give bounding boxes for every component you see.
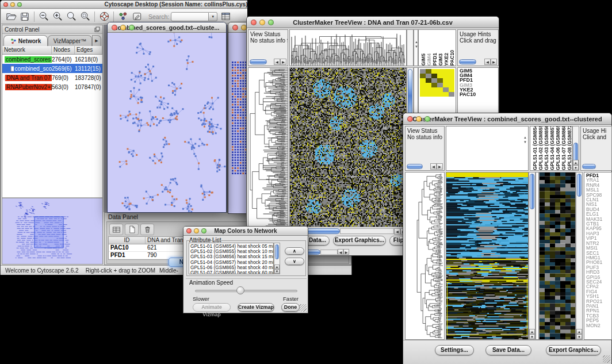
resize-grip[interactable] <box>299 304 307 312</box>
dialog-titlebar[interactable]: Map Colors to Network <box>183 227 308 236</box>
tab-overflow-arrow[interactable]: ▶ <box>92 35 101 46</box>
tab-vizmapper[interactable]: VizMapper™ <box>48 35 92 46</box>
tv2-save-data-button[interactable]: Save Data... <box>485 345 531 355</box>
network-row[interactable]: combined_scores 2764(0) 16218(0) <box>2 55 102 64</box>
chevron-down-icon[interactable]: ▼ <box>209 12 217 21</box>
delete-attribute-button[interactable] <box>140 224 154 235</box>
treeview2-titlebar[interactable]: ClusterMaker TreeView : combined_scores_… <box>403 113 611 125</box>
zoom-fit-button[interactable] <box>64 10 78 23</box>
column-label[interactable]: GPL51-02 (GSM855) <box>538 126 544 170</box>
scrollbar-thumb[interactable] <box>577 174 582 197</box>
search-combo[interactable]: ▼ <box>171 12 217 21</box>
add-node-button[interactable] <box>116 10 130 23</box>
scroll-right-icon[interactable]: ▶ <box>280 59 286 65</box>
animate-vizmap-button[interactable]: Animate Vizmap <box>193 303 231 312</box>
tv1-zoom-heatmap-canvas[interactable] <box>420 69 454 97</box>
column-label[interactable]: GPL51-08 (GSM872) <box>567 126 572 170</box>
column-label[interactable]: YKE2 <box>443 53 449 66</box>
scroll-left-icon[interactable]: ◀ <box>338 249 343 255</box>
column-label[interactable]: GIM4 <box>426 53 432 66</box>
open-session-button[interactable] <box>4 10 18 23</box>
tv1-column-dendrogram-canvas[interactable] <box>290 30 406 66</box>
network-canvas[interactable] <box>108 33 226 212</box>
attribute-item[interactable]: GPL51-07 (GSM868) heat shock 60 min <box>190 270 273 274</box>
gene-label[interactable]: MON2 <box>586 323 611 328</box>
tv1-top-scroll-strip[interactable] <box>407 29 414 66</box>
scroll-down-icon[interactable]: ▼ <box>274 269 280 274</box>
scroll-up-icon[interactable]: ▲ <box>573 160 579 165</box>
scroll-down-icon[interactable]: ▼ <box>529 334 535 339</box>
tab-network[interactable]: Network <box>3 35 48 46</box>
scroll-up-icon[interactable]: ▲ <box>274 265 280 269</box>
network-row[interactable]: RNAPuberNov2+| 563(0) 107847(0) <box>2 82 102 91</box>
column-label[interactable]: GPL51-06 (GSM865) <box>555 126 561 170</box>
scroll-down-icon[interactable]: ▼ <box>573 165 579 170</box>
column-header[interactable]: Nodes <box>52 46 75 54</box>
annotation-button[interactable] <box>130 10 144 23</box>
new-attribute-button[interactable] <box>125 224 139 235</box>
scrollbar-thumb[interactable] <box>250 59 267 64</box>
slider-thumb[interactable] <box>236 286 244 294</box>
tv2-heatmap-canvas[interactable] <box>446 173 528 339</box>
scroll-right-icon[interactable]: ▶ <box>491 59 497 65</box>
close-icon[interactable] <box>186 228 192 233</box>
zoom-window-icon[interactable] <box>268 20 274 25</box>
scroll-right-icon[interactable]: ▶ <box>343 249 349 255</box>
column-label[interactable]: GPL51-03 (GSM856) <box>544 126 549 170</box>
tv1-heatmap[interactable] <box>289 67 407 227</box>
create-vizmap-button[interactable]: Create Vizmap <box>238 303 274 312</box>
tv1-row-dendrogram-canvas[interactable] <box>248 68 288 227</box>
scroll-left-icon[interactable]: ◀ <box>430 163 437 170</box>
column-label[interactable]: GIM5 <box>420 53 426 66</box>
tv1-row-dendrogram[interactable] <box>248 67 288 227</box>
float-panel-icon[interactable] <box>94 26 100 32</box>
save-session-button[interactable] <box>18 10 32 23</box>
tv2-heatmap-vscrollbar[interactable]: ▲▼ <box>529 172 536 340</box>
zoom-window-icon[interactable] <box>201 228 206 233</box>
window-controls[interactable] <box>112 25 135 30</box>
tv2-heatmap[interactable] <box>446 172 529 340</box>
tv2-zoom-vscrollbar[interactable]: ▲▼ <box>576 172 583 340</box>
resize-grip[interactable] <box>603 355 610 363</box>
close-icon[interactable] <box>251 20 257 25</box>
tv2-status-scrollbar[interactable]: ◀ ▶ <box>407 163 443 170</box>
tv1-column-dendrogram[interactable] <box>289 29 407 66</box>
done-button[interactable]: Done <box>281 303 300 312</box>
zoom-window-icon[interactable] <box>129 25 135 30</box>
close-icon[interactable] <box>232 25 238 30</box>
attr-col-header[interactable]: ID <box>109 237 146 244</box>
move-attribute-down-button[interactable]: ∨ <box>285 258 304 265</box>
scroll-right-icon[interactable]: ▶ <box>437 163 443 170</box>
column-header[interactable]: Network <box>2 46 52 54</box>
column-header[interactable]: Edges <box>75 46 102 54</box>
tv2-column-dendrogram[interactable]: ▲ ▼ <box>446 126 529 171</box>
column-label[interactable]: GPL51-01 (GSM854) <box>532 126 538 170</box>
window-controls[interactable] <box>407 116 430 122</box>
zoom-in-button[interactable] <box>51 10 64 23</box>
zoom-selected-button[interactable] <box>78 10 92 23</box>
scroll-left-icon[interactable]: ◀ <box>484 59 491 65</box>
tv2-export-graphics-button[interactable]: Export Graphics... <box>546 345 601 355</box>
scroll-left-icon[interactable]: ◀ <box>274 59 280 65</box>
attribute-list-vscrollbar[interactable]: ▲▼ <box>274 243 280 274</box>
minimize-icon[interactable] <box>194 228 199 233</box>
scrollbar-thumb[interactable] <box>275 244 279 259</box>
close-icon[interactable] <box>112 25 117 30</box>
column-label[interactable]: GPL51-07 (GSM868) <box>561 126 567 170</box>
gene-label[interactable]: PAC10 <box>460 92 498 97</box>
minimize-icon[interactable] <box>120 25 126 30</box>
tv2-settings-button[interactable]: Settings... <box>435 345 474 355</box>
minimize-icon[interactable] <box>416 116 422 122</box>
column-label[interactable]: GIM3 <box>438 53 443 66</box>
column-label[interactable]: PAC10 <box>449 50 455 66</box>
close-icon[interactable] <box>407 116 413 122</box>
tv1-export-graphics-button[interactable]: Export Graphics... <box>333 236 386 246</box>
tv1-heatmap-canvas[interactable] <box>290 68 406 227</box>
scroll-up-icon[interactable]: ▲ <box>576 329 582 334</box>
scroll-left-icon[interactable]: ◀ <box>394 228 400 235</box>
window-controls[interactable] <box>3 2 22 7</box>
animation-speed-slider[interactable] <box>195 290 297 292</box>
attribute-select-button[interactable] <box>109 224 123 235</box>
scrollbar-thumb[interactable] <box>582 164 596 169</box>
scroll-up-icon[interactable]: ▲ <box>529 329 535 334</box>
